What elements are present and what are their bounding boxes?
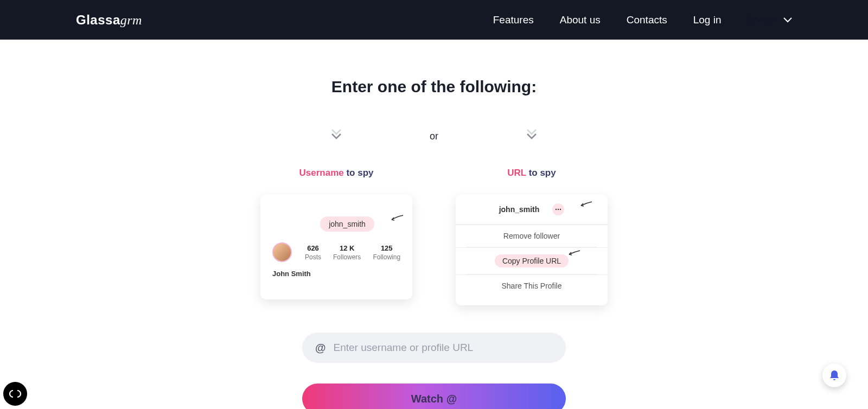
menu-remove-follower[interactable]: Remove follower (456, 225, 608, 247)
followers-count: 12 K (333, 244, 361, 252)
stat-following: 125 Following (373, 244, 400, 261)
nav-features[interactable]: Features (493, 14, 534, 26)
option-url-highlight: URL (507, 168, 526, 178)
chevron-down-icon (783, 17, 792, 23)
search-input[interactable] (334, 342, 553, 354)
copy-url-pill: Copy Profile URL (495, 254, 569, 267)
widget-button[interactable] (3, 382, 27, 406)
more-menu-button[interactable] (552, 203, 564, 215)
nav-login[interactable]: Log in (693, 14, 722, 26)
stat-followers: 12 K Followers (333, 244, 361, 261)
double-chevron-down-icon (445, 129, 618, 140)
option-username-col: Username to spy john_smith 626 Posts (250, 129, 423, 299)
header-bar: Glassagrm Features About us Contacts Log… (0, 0, 868, 40)
logo-text-serif: grm (120, 13, 142, 27)
logo[interactable]: Glassagrm (76, 12, 142, 28)
ellipsis-icon (555, 208, 561, 210)
watch-button[interactable]: Watch @ (302, 384, 566, 409)
or-separator: or (423, 131, 445, 142)
option-url-col: URL to spy john_smith Remove follower Co… (445, 129, 618, 305)
url-card-header: john_smith (456, 195, 608, 224)
menu-copy-url[interactable]: Copy Profile URL (456, 247, 608, 274)
nav-contacts[interactable]: Contacts (627, 14, 667, 26)
svg-point-1 (558, 209, 559, 210)
url-username: john_smith (499, 205, 540, 214)
svg-point-2 (560, 209, 561, 210)
profile-stats-row: 626 Posts 12 K Followers 125 Following (270, 242, 403, 262)
at-symbol-icon: @ (315, 342, 326, 354)
svg-point-0 (556, 209, 557, 210)
primary-nav: Features About us Contacts Log in Englis… (493, 14, 792, 26)
pointer-arrow-icon (567, 250, 580, 257)
following-count: 125 (373, 244, 400, 252)
posts-label: Posts (305, 253, 321, 261)
pointer-arrow-icon (390, 214, 404, 222)
language-selector[interactable]: English (748, 15, 792, 25)
page-title: Enter one of the following: (0, 78, 868, 96)
stat-posts: 626 Posts (305, 244, 321, 261)
double-chevron-down-icon (250, 129, 423, 140)
option-url-label: URL to spy (445, 168, 618, 178)
menu-share-profile[interactable]: Share This Profile (456, 274, 608, 297)
search-input-wrapper[interactable]: @ (302, 333, 566, 363)
notifications-button[interactable] (822, 363, 846, 387)
nav-about[interactable]: About us (560, 14, 601, 26)
pointer-arrow-icon (579, 201, 592, 208)
posts-count: 626 (305, 244, 321, 252)
avatar (272, 242, 292, 262)
logo-text-main: Glassa (76, 12, 120, 27)
url-card: john_smith Remove follower Copy Profile … (456, 195, 608, 305)
bell-icon (829, 369, 840, 381)
profile-card: john_smith 626 Posts 12 K Followers (260, 195, 412, 299)
option-url-rest: to spy (526, 168, 556, 178)
username-pill: john_smith (320, 216, 374, 232)
main-content: Enter one of the following: Username to … (0, 40, 868, 409)
profile-full-name: John Smith (272, 270, 403, 278)
option-username-rest: to spy (344, 168, 374, 178)
language-label: English (748, 15, 776, 25)
option-username-label: Username to spy (250, 168, 423, 178)
options-row: Username to spy john_smith 626 Posts (0, 129, 868, 305)
following-label: Following (373, 253, 400, 261)
widget-icon (9, 390, 21, 398)
option-username-highlight: Username (299, 168, 343, 178)
followers-label: Followers (333, 253, 361, 261)
